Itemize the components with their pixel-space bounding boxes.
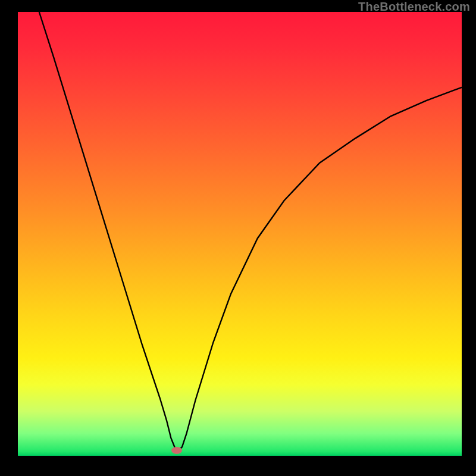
bottleneck-curve xyxy=(18,12,462,456)
plot-area xyxy=(18,12,462,456)
chart-frame: TheBottleneck.com xyxy=(0,0,476,476)
minimum-marker xyxy=(171,447,182,454)
watermark-text: TheBottleneck.com xyxy=(358,0,470,14)
curve-path xyxy=(39,12,462,452)
